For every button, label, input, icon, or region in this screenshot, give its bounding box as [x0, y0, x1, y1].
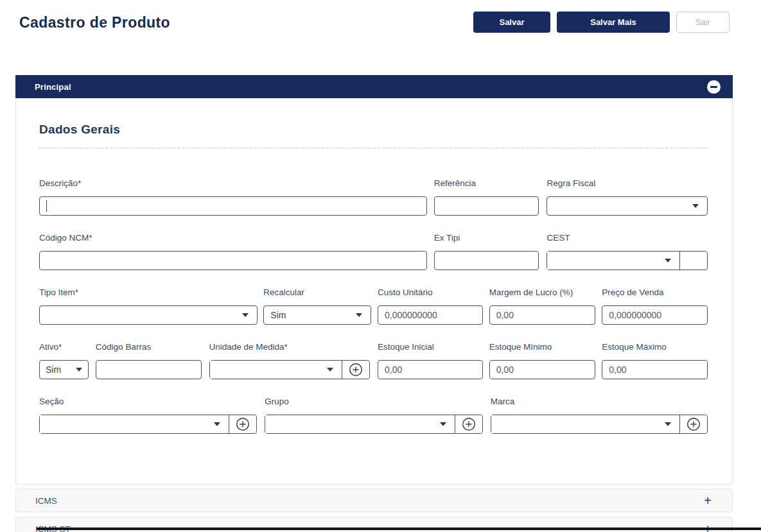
chevron-down-icon: [214, 422, 220, 426]
expand-plus-icon[interactable]: +: [704, 494, 712, 507]
toolbar-actions: Salvar Salvar Mais Sair: [473, 12, 730, 33]
plus-circle-icon: [349, 363, 363, 377]
chevron-down-icon: [665, 422, 671, 426]
descricao-field: Descrição*: [39, 178, 427, 216]
recalcular-value: Sim: [270, 310, 286, 320]
collapse-minus-icon[interactable]: [707, 80, 721, 94]
grupo-group: [265, 415, 482, 434]
tipo-item-select[interactable]: [39, 305, 258, 325]
add-unidade-medida-button[interactable]: [342, 361, 369, 379]
salvar-mais-button[interactable]: Salvar Mais: [557, 12, 670, 33]
salvar-button[interactable]: Salvar: [473, 12, 550, 33]
form-row-4: Ativo* Sim Código Barras Unidade de Medi…: [39, 342, 708, 379]
add-grupo-button[interactable]: [455, 415, 482, 433]
chevron-down-icon: [242, 313, 249, 317]
add-marca-button[interactable]: [680, 415, 707, 433]
recalcular-select[interactable]: Sim: [263, 305, 371, 325]
product-registration-page: Cadastro de Produto Salvar Salvar Mais S…: [0, 0, 761, 532]
cest-label: CEST: [547, 233, 708, 243]
codigo-barras-label: Código Barras: [96, 342, 202, 352]
estoque-inicial-input[interactable]: [378, 360, 483, 379]
custo-unitario-field: Custo Unitário: [378, 287, 483, 325]
marca-select[interactable]: [491, 415, 680, 433]
estoque-inicial-field: Estoque Inicial: [378, 342, 483, 379]
preco-venda-label: Preço de Venda: [602, 287, 708, 297]
tipo-item-label: Tipo Item*: [39, 287, 258, 297]
plus-circle-icon: [687, 417, 701, 431]
icms-accordion-header[interactable]: ICMS +: [15, 489, 733, 512]
codigo-ncm-field: Código NCM*: [39, 233, 427, 270]
estoque-maximo-input[interactable]: [602, 360, 708, 379]
dotted-divider: [39, 148, 708, 149]
referencia-label: Referência: [434, 178, 539, 188]
preco-venda-field: Preço de Venda: [602, 287, 708, 325]
chevron-down-icon: [327, 368, 333, 372]
codigo-ncm-label: Código NCM*: [39, 233, 427, 243]
text-cursor: [46, 200, 47, 212]
estoque-minimo-input[interactable]: [489, 360, 596, 379]
page-title: Cadastro de Produto: [19, 12, 170, 31]
ex-tipi-input[interactable]: [434, 251, 539, 270]
regra-fiscal-label: Regra Fiscal: [547, 178, 708, 188]
estoque-minimo-field: Estoque Mínimo: [489, 342, 596, 379]
referencia-input[interactable]: [434, 196, 539, 216]
tipo-item-field: Tipo Item*: [39, 287, 258, 325]
grupo-select[interactable]: [265, 415, 455, 433]
chevron-down-icon: [356, 313, 362, 317]
ativo-label: Ativo*: [39, 342, 89, 352]
chevron-down-icon: [76, 368, 82, 372]
custo-unitario-input[interactable]: [378, 305, 483, 325]
regra-fiscal-field: Regra Fiscal: [547, 178, 708, 216]
plus-circle-icon: [462, 417, 476, 431]
estoque-minimo-label: Estoque Mínimo: [489, 342, 596, 352]
cest-extra-cell[interactable]: [680, 252, 707, 270]
preco-venda-input[interactable]: [602, 305, 708, 325]
secao-group: [39, 415, 257, 434]
principal-panel: Principal Dados Gerais Descrição*: [15, 75, 733, 485]
marca-field: Marca: [491, 397, 708, 434]
principal-accordion-header[interactable]: Principal: [15, 75, 733, 98]
plus-circle-icon: [236, 417, 250, 431]
form-rows: Descrição* Referência Regra Fiscal: [39, 178, 708, 434]
chevron-down-icon: [665, 259, 671, 262]
topbar: Cadastro de Produto Salvar Salvar Mais S…: [19, 12, 730, 33]
referencia-field: Referência: [434, 178, 539, 216]
descricao-label: Descrição*: [39, 178, 427, 188]
marca-group: [491, 415, 708, 434]
unidade-medida-field: Unidade de Medida*: [209, 342, 370, 379]
regra-fiscal-select[interactable]: [547, 196, 708, 216]
cest-field: CEST: [547, 233, 708, 270]
secao-label: Seção: [39, 397, 257, 406]
unidade-medida-label: Unidade de Medida*: [209, 342, 370, 352]
chevron-down-icon: [440, 422, 446, 426]
secao-field: Seção: [39, 397, 257, 434]
codigo-barras-input[interactable]: [96, 360, 202, 379]
estoque-maximo-field: Estoque Máximo: [602, 342, 708, 379]
estoque-maximo-label: Estoque Máximo: [602, 342, 708, 352]
descricao-input-wrap: [39, 196, 427, 216]
cest-select[interactable]: [547, 252, 680, 270]
custo-unitario-label: Custo Unitário: [378, 287, 483, 297]
chevron-down-icon: [692, 204, 699, 208]
form-row-5: Seção: [39, 397, 708, 434]
window-edge-line: [37, 528, 761, 530]
ativo-select[interactable]: Sim: [39, 360, 89, 379]
cest-group: [547, 251, 708, 270]
margem-lucro-input[interactable]: [489, 305, 596, 325]
secao-select[interactable]: [40, 415, 229, 433]
icms-accordion-label: ICMS: [35, 496, 57, 506]
principal-panel-body: Dados Gerais Descrição* Referência: [15, 98, 733, 485]
ativo-value: Sim: [46, 365, 61, 375]
form-row-2: Código NCM* Ex Tipi CEST: [39, 233, 708, 270]
form-row-3: Tipo Item* Recalcular Sim: [39, 287, 708, 325]
sair-button[interactable]: Sair: [676, 12, 730, 33]
section-title: Dados Gerais: [39, 123, 708, 137]
codigo-ncm-input[interactable]: [39, 251, 427, 270]
margem-lucro-field: Margem de Lucro (%): [489, 287, 596, 325]
unidade-medida-select[interactable]: [210, 361, 342, 379]
add-secao-button[interactable]: [229, 415, 256, 433]
descricao-input[interactable]: [39, 196, 427, 216]
ex-tipi-label: Ex Tipi: [434, 233, 539, 243]
marca-label: Marca: [491, 397, 708, 406]
form-row-1: Descrição* Referência Regra Fiscal: [39, 178, 708, 216]
